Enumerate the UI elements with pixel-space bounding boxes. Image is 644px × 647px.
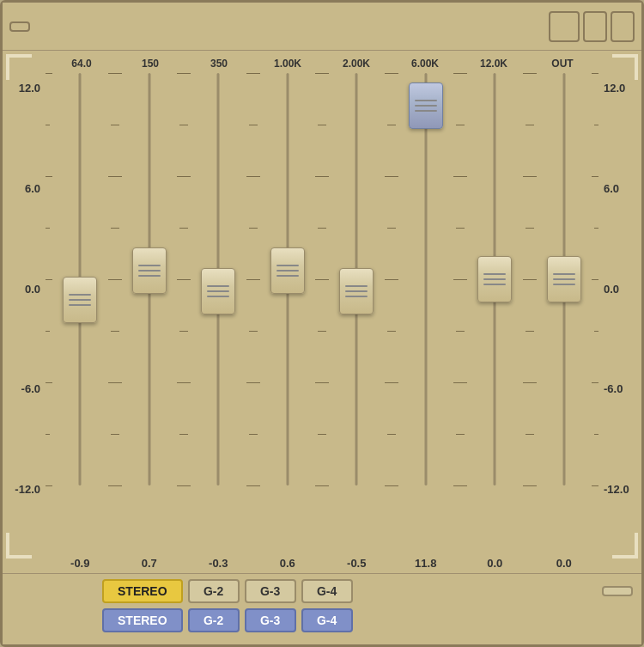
tick-mark-small (253, 125, 258, 125)
tick-mark-small (253, 228, 258, 229)
tick-mark (184, 382, 191, 383)
tick-mark (530, 176, 537, 177)
copy-to-button[interactable] (602, 586, 633, 596)
tick-mark-small (530, 434, 534, 435)
fader-channel-3 (253, 73, 323, 485)
fader-thumb-0[interactable] (63, 277, 97, 323)
underlay-stereo[interactable]: STEREO (102, 608, 183, 632)
tick-mark (523, 176, 530, 177)
tick-mark-small (530, 228, 534, 229)
inv-button[interactable] (583, 11, 607, 42)
tick-mark (592, 73, 598, 74)
fader-thumb-7[interactable] (547, 256, 581, 302)
thumb-grip-line (138, 275, 161, 277)
tick-mark (523, 485, 530, 486)
tick-mark (46, 176, 52, 177)
fader-thumb-3[interactable] (270, 247, 305, 294)
fader-track-5 (424, 73, 427, 485)
tick-mark (523, 73, 530, 74)
underlay-g3[interactable]: G-3 (245, 608, 296, 632)
tick-mark (392, 382, 398, 383)
thumb-grip-line (69, 299, 91, 301)
tick-mark-small (392, 434, 396, 435)
tick-mark (523, 382, 530, 383)
fader-channel-5 (392, 73, 461, 485)
edit-group-g3[interactable]: G-3 (245, 579, 296, 603)
fader-channel-4 (322, 73, 392, 485)
scale-right-12: 12.0 (604, 82, 633, 95)
tick-mark (253, 382, 260, 383)
tick-mark (453, 382, 460, 383)
fader-thumb-6[interactable] (477, 256, 512, 302)
thumb-grip-line (345, 296, 368, 297)
tick-mark-small (594, 434, 598, 435)
edit-group-row: STEREO G-2 G-3 G-4 (11, 579, 633, 603)
tick-mark-small (184, 434, 188, 435)
fader-thumb-4[interactable] (339, 268, 374, 314)
tick-mark-small (322, 331, 326, 332)
tick-mark (108, 382, 115, 383)
tick-mark (460, 73, 467, 74)
tick-mark (315, 382, 322, 383)
tick-mark (592, 382, 598, 383)
channel-value-6: 0.0 (460, 557, 530, 570)
tick-mark-small (460, 434, 465, 435)
edit-group-g4[interactable]: G-4 (301, 579, 353, 603)
fader-thumb-5[interactable] (409, 82, 443, 129)
tick-mark (460, 279, 467, 280)
tick-mark (530, 382, 537, 383)
tick-mark (46, 485, 52, 486)
tick-mark-small (460, 125, 465, 125)
thumb-grip-line (483, 278, 506, 280)
channel-value-5: 11.8 (392, 557, 461, 570)
underlay-g4[interactable]: G-4 (301, 608, 353, 632)
thumb-grip-line (345, 290, 368, 292)
tick-mark (322, 279, 329, 280)
faders-row (44, 73, 600, 550)
thumb-grip-line (345, 285, 368, 287)
tick-mark (253, 176, 260, 177)
freq-label-1: 150 (116, 58, 185, 70)
tick-mark-small (594, 228, 598, 229)
thumb-grip-line (69, 294, 91, 296)
fader-thumb-1[interactable] (132, 247, 167, 294)
freq-label-4: 2.00K (322, 58, 391, 70)
fader-wrapper-5 (392, 73, 461, 485)
edit-group-stereo[interactable]: STEREO (102, 579, 183, 603)
fader-thumb-2[interactable] (201, 268, 235, 314)
tick-mark (530, 279, 537, 280)
arrow-button[interactable] (549, 11, 580, 42)
scale-right-n6: -6.0 (604, 382, 633, 395)
tick-mark (108, 73, 115, 74)
eq-area: 12.0 6.0 0.0 -6.0 -12.0 64.01503501.00K2… (3, 51, 641, 573)
tick-mark (177, 485, 184, 486)
fader-wrapper-6 (460, 73, 530, 485)
freq-labels: 64.01503501.00K2.00K6.00K12.0KOUT (44, 58, 600, 70)
thumb-grip-line (483, 273, 506, 275)
tick-mark-small (530, 331, 534, 332)
tick-mark (184, 279, 191, 280)
edit-group-g2[interactable]: G-2 (188, 579, 240, 603)
scale-right-0: 0.0 (604, 283, 633, 296)
fader-wrapper-2 (184, 73, 253, 485)
tick-mark (246, 382, 253, 383)
tick-mark (108, 279, 115, 280)
tick-mark (184, 485, 191, 486)
tick-mark (523, 279, 530, 280)
reset-button[interactable] (611, 11, 635, 42)
fader-channel-1 (115, 73, 185, 485)
thumb-grip-line (415, 105, 437, 107)
freq-label-6: 12.0K (459, 58, 528, 70)
freq-label-5: 6.00K (391, 58, 459, 70)
underlay-g2[interactable]: G-2 (188, 608, 240, 632)
tick-mark (253, 279, 260, 280)
tick-mark-small (253, 434, 258, 435)
fader-wrapper-4 (322, 73, 392, 485)
tick-mark (184, 73, 191, 74)
tick-mark (115, 279, 122, 280)
tick-mark (108, 485, 115, 486)
thumb-grip-line (483, 284, 506, 285)
freq-label-0: 64.0 (47, 58, 116, 70)
tick-mark-small (115, 434, 119, 435)
faders-section: 64.01503501.00K2.00K6.00K12.0KOUT -0.90.… (44, 58, 600, 573)
